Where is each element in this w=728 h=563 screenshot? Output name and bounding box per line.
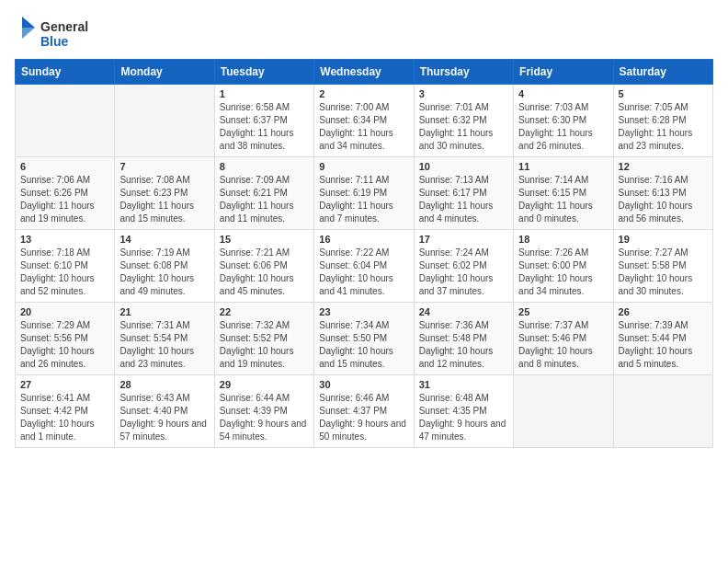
day-number: 21 [119,306,209,317]
day-number: 16 [319,234,408,245]
day-info: Sunrise: 6:41 AMSunset: 4:42 PMDaylight:… [20,392,109,443]
week-row-3: 13Sunrise: 7:18 AMSunset: 6:10 PMDayligh… [16,230,713,303]
day-cell: 6Sunrise: 7:06 AMSunset: 6:26 PMDaylight… [16,157,115,230]
day-info: Sunrise: 7:26 AMSunset: 6:00 PMDaylight:… [518,247,608,298]
day-cell: 22Sunrise: 7:32 AMSunset: 5:52 PMDayligh… [214,303,313,375]
day-number: 4 [518,88,608,99]
col-header-sunday: Sunday [16,60,115,85]
day-number: 1 [220,88,309,99]
calendar: SundayMondayTuesdayWednesdayThursdayFrid… [15,59,713,448]
day-cell: 17Sunrise: 7:24 AMSunset: 6:02 PMDayligh… [414,230,513,303]
day-cell: 28Sunrise: 6:43 AMSunset: 4:40 PMDayligh… [115,375,214,448]
col-header-saturday: Saturday [613,60,712,85]
week-row-4: 20Sunrise: 7:29 AMSunset: 5:56 PMDayligh… [16,303,713,375]
day-info: Sunrise: 7:29 AMSunset: 5:56 PMDaylight:… [20,319,109,371]
day-cell: 16Sunrise: 7:22 AMSunset: 6:04 PMDayligh… [314,230,414,303]
day-info: Sunrise: 7:21 AMSunset: 6:06 PMDaylight:… [220,247,309,298]
header: GeneralBlue [15,15,713,52]
day-cell: 27Sunrise: 6:41 AMSunset: 4:42 PMDayligh… [16,375,115,448]
day-info: Sunrise: 7:00 AMSunset: 6:34 PMDaylight:… [319,101,408,153]
day-info: Sunrise: 7:13 AMSunset: 6:17 PMDaylight:… [419,174,508,225]
day-info: Sunrise: 7:32 AMSunset: 5:52 PMDaylight:… [220,319,309,371]
day-info: Sunrise: 7:22 AMSunset: 6:04 PMDaylight:… [319,247,408,298]
svg-marker-1 [22,28,35,39]
day-number: 15 [220,234,309,245]
day-cell: 26Sunrise: 7:39 AMSunset: 5:44 PMDayligh… [613,303,712,375]
day-number: 10 [419,161,508,172]
day-info: Sunrise: 6:46 AMSunset: 4:37 PMDaylight:… [319,392,408,443]
day-info: Sunrise: 7:03 AMSunset: 6:30 PMDaylight:… [518,101,608,153]
day-info: Sunrise: 7:09 AMSunset: 6:21 PMDaylight:… [220,174,309,225]
day-info: Sunrise: 6:58 AMSunset: 6:37 PMDaylight:… [220,101,309,153]
day-number: 6 [20,161,109,172]
svg-marker-0 [22,17,35,28]
day-info: Sunrise: 7:16 AMSunset: 6:13 PMDaylight:… [619,174,708,225]
svg-text:Blue: Blue [40,34,69,49]
day-cell: 29Sunrise: 6:44 AMSunset: 4:39 PMDayligh… [214,375,313,448]
col-header-wednesday: Wednesday [314,60,414,85]
day-cell: 9Sunrise: 7:11 AMSunset: 6:19 PMDaylight… [314,157,414,230]
day-number: 25 [518,306,608,317]
day-cell: 15Sunrise: 7:21 AMSunset: 6:06 PMDayligh… [214,230,313,303]
day-info: Sunrise: 7:39 AMSunset: 5:44 PMDaylight:… [619,319,708,371]
col-header-thursday: Thursday [414,60,513,85]
column-headers: SundayMondayTuesdayWednesdayThursdayFrid… [16,60,713,85]
day-info: Sunrise: 6:48 AMSunset: 4:35 PMDaylight:… [419,392,508,443]
day-info: Sunrise: 7:36 AMSunset: 5:48 PMDaylight:… [419,319,508,371]
day-info: Sunrise: 7:18 AMSunset: 6:10 PMDaylight:… [20,247,109,298]
day-cell: 21Sunrise: 7:31 AMSunset: 5:54 PMDayligh… [115,303,214,375]
day-info: Sunrise: 6:43 AMSunset: 4:40 PMDaylight:… [119,392,209,443]
day-cell: 7Sunrise: 7:08 AMSunset: 6:23 PMDaylight… [115,157,214,230]
col-header-tuesday: Tuesday [214,60,313,85]
day-number: 3 [419,88,508,99]
day-number: 28 [119,379,209,390]
day-number: 26 [619,306,708,317]
day-number: 24 [419,306,508,317]
day-cell: 14Sunrise: 7:19 AMSunset: 6:08 PMDayligh… [115,230,214,303]
day-cell: 2Sunrise: 7:00 AMSunset: 6:34 PMDaylight… [314,85,414,157]
day-cell: 8Sunrise: 7:09 AMSunset: 6:21 PMDaylight… [214,157,313,230]
day-number: 9 [319,161,408,172]
day-cell: 20Sunrise: 7:29 AMSunset: 5:56 PMDayligh… [16,303,115,375]
day-info: Sunrise: 7:11 AMSunset: 6:19 PMDaylight:… [319,174,408,225]
day-info: Sunrise: 6:44 AMSunset: 4:39 PMDaylight:… [220,392,309,443]
day-cell: 3Sunrise: 7:01 AMSunset: 6:32 PMDaylight… [414,85,513,157]
day-cell [16,85,115,157]
day-info: Sunrise: 7:19 AMSunset: 6:08 PMDaylight:… [119,247,209,298]
day-info: Sunrise: 7:27 AMSunset: 5:58 PMDaylight:… [619,247,708,298]
day-number: 8 [220,161,309,172]
day-number: 5 [619,88,708,99]
day-info: Sunrise: 7:37 AMSunset: 5:46 PMDaylight:… [518,319,608,371]
day-number: 11 [518,161,608,172]
col-header-monday: Monday [115,60,214,85]
day-info: Sunrise: 7:14 AMSunset: 6:15 PMDaylight:… [518,174,608,225]
day-cell: 1Sunrise: 6:58 AMSunset: 6:37 PMDaylight… [214,85,313,157]
day-info: Sunrise: 7:08 AMSunset: 6:23 PMDaylight:… [119,174,209,225]
day-number: 31 [419,379,508,390]
day-cell: 5Sunrise: 7:05 AMSunset: 6:28 PMDaylight… [613,85,712,157]
day-number: 19 [619,234,708,245]
day-cell: 11Sunrise: 7:14 AMSunset: 6:15 PMDayligh… [514,157,613,230]
day-cell: 19Sunrise: 7:27 AMSunset: 5:58 PMDayligh… [613,230,712,303]
day-number: 2 [319,88,408,99]
day-number: 7 [119,161,209,172]
day-number: 29 [220,379,309,390]
day-info: Sunrise: 7:06 AMSunset: 6:26 PMDaylight:… [20,174,109,225]
day-cell [514,375,613,448]
week-row-2: 6Sunrise: 7:06 AMSunset: 6:26 PMDaylight… [16,157,713,230]
day-cell [115,85,214,157]
col-header-friday: Friday [514,60,613,85]
day-number: 20 [20,306,109,317]
day-number: 18 [518,234,608,245]
day-cell: 10Sunrise: 7:13 AMSunset: 6:17 PMDayligh… [414,157,513,230]
day-number: 22 [220,306,309,317]
day-cell: 31Sunrise: 6:48 AMSunset: 4:35 PMDayligh… [414,375,513,448]
day-number: 17 [419,234,508,245]
day-number: 13 [20,234,109,245]
svg-text:General: General [40,19,88,34]
day-cell: 23Sunrise: 7:34 AMSunset: 5:50 PMDayligh… [314,303,414,375]
day-cell [613,375,712,448]
day-number: 14 [119,234,209,245]
day-number: 30 [319,379,408,390]
logo-svg: GeneralBlue [15,15,88,52]
